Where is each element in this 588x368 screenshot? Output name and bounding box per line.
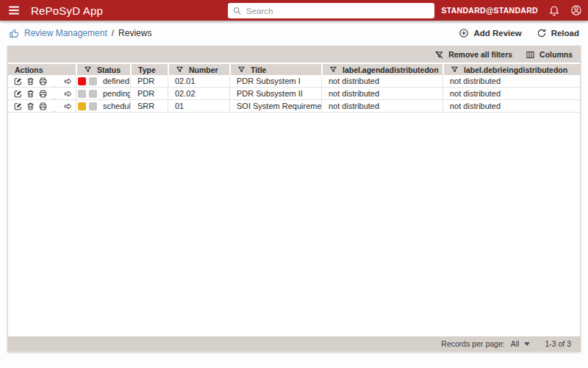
columns-icon [526, 50, 535, 60]
number-cell: 01 [168, 100, 229, 112]
records-per-page-select[interactable]: All [511, 339, 531, 348]
column-header[interactable]: Actions [8, 64, 76, 75]
hamburger-menu-icon[interactable] [7, 4, 21, 17]
table-row[interactable]: defined PDR 02.01 PDR Subsystem I not di… [8, 75, 580, 88]
table-footer: Records per page: All 1-3 of 3 [8, 336, 580, 351]
column-header-label: Type [138, 66, 156, 74]
agenda-distributed-cell: not distributed [321, 100, 442, 112]
filter-icon[interactable] [84, 66, 92, 74]
table-header: Actions Status Type Number Title label.a… [8, 64, 580, 75]
edit-icon[interactable] [13, 77, 23, 86]
pagination-range: 1-3 of 3 [545, 339, 571, 348]
number-cell: 02.02 [168, 88, 229, 99]
table-row[interactable]: pending PDR 02.02 PDR Subsystem II not d… [8, 88, 580, 100]
delete-icon[interactable] [26, 102, 35, 111]
status-color-swatch [78, 102, 86, 110]
column-header-label: Title [251, 66, 266, 74]
account-circle-icon[interactable] [570, 4, 582, 16]
add-circle-icon[interactable] [402, 4, 414, 16]
column-header[interactable]: Status [76, 64, 130, 75]
filter-icon[interactable] [451, 66, 459, 74]
column-header[interactable]: label.agendadistributedon [321, 64, 442, 75]
chevron-down-icon [524, 342, 530, 346]
actions-cell [8, 100, 76, 112]
status-cell: pending [76, 88, 130, 99]
debriefing-distributed-cell: not distributed [442, 100, 580, 112]
remove-all-filters-button[interactable]: Remove all filters [434, 50, 512, 60]
forward-arrow-icon[interactable] [63, 89, 73, 99]
status-secondary-swatch [89, 90, 97, 98]
breadcrumb-parent[interactable]: Review Management [24, 28, 107, 38]
status-label: pending [103, 89, 130, 98]
debriefing-distributed-cell: not distributed [442, 88, 580, 99]
status-label: scheduled [103, 102, 130, 110]
status-secondary-swatch [89, 77, 97, 85]
send-icon[interactable] [51, 102, 60, 111]
layers-icon [424, 4, 436, 16]
remove-all-filters-label: Remove all filters [448, 50, 512, 59]
send-icon[interactable] [51, 77, 60, 86]
debriefing-distributed-cell: not distributed [442, 75, 580, 87]
user-menu[interactable]: STANDARD@STANDARD [424, 4, 538, 16]
table-empty-area [8, 113, 580, 336]
columns-button[interactable]: Columns [526, 50, 573, 60]
status-color-swatch [78, 90, 86, 98]
print-icon[interactable] [38, 102, 48, 111]
type-cell: PDR [130, 88, 168, 99]
actions-cell [8, 88, 76, 99]
reload-label: Reload [551, 29, 579, 38]
column-header[interactable]: Type [130, 64, 168, 75]
title-cell: SOI System Requirements Review [229, 100, 321, 112]
column-header-label: Status [97, 66, 121, 74]
forward-arrow-icon[interactable] [63, 77, 73, 86]
breadcrumb-current: Reviews [118, 28, 151, 38]
status-secondary-swatch [89, 102, 97, 110]
delete-icon[interactable] [26, 77, 35, 86]
status-cell: scheduled [76, 100, 130, 112]
add-review-button[interactable]: Add Review [459, 28, 521, 38]
notifications-bell-icon[interactable] [548, 4, 560, 16]
column-header[interactable]: Title [229, 64, 321, 75]
table-toolbar: Remove all filters Columns [8, 46, 580, 63]
search-icon [232, 6, 242, 15]
records-per-page-value: All [511, 339, 520, 348]
edit-icon[interactable] [13, 102, 23, 111]
add-circle-icon [459, 28, 469, 38]
type-cell: SRR [130, 100, 168, 112]
records-per-page-label: Records per page: [441, 339, 504, 348]
edit-icon[interactable] [13, 89, 23, 99]
forward-arrow-icon[interactable] [63, 102, 73, 111]
table-row[interactable]: scheduled SRR 01 SOI System Requirements… [8, 100, 580, 113]
sub-header: Review Management / Reviews Add Review R… [0, 21, 588, 46]
column-header[interactable]: label.debrieingdistributedon [442, 64, 580, 75]
filter-icon[interactable] [329, 66, 337, 74]
appbar-right-group: STANDARD@STANDARD [402, 0, 582, 21]
column-header-label: Actions [15, 66, 43, 74]
title-cell: PDR Subsystem I [229, 75, 321, 87]
reload-icon [537, 28, 547, 38]
send-icon[interactable] [51, 89, 60, 99]
filter-icon[interactable] [176, 66, 184, 74]
print-icon[interactable] [38, 89, 48, 99]
delete-icon[interactable] [26, 89, 35, 99]
breadcrumb: Review Management / Reviews [9, 28, 151, 39]
reviews-table-card: Remove all filters Columns Actions Statu… [7, 46, 581, 352]
columns-label: Columns [539, 50, 573, 59]
filter-icon[interactable] [237, 66, 245, 74]
breadcrumb-separator: / [112, 28, 114, 38]
number-cell: 02.01 [168, 75, 229, 87]
agenda-distributed-cell: not distributed [321, 88, 442, 99]
table-body: defined PDR 02.01 PDR Subsystem I not di… [8, 75, 580, 113]
user-label: STANDARD@STANDARD [441, 6, 538, 15]
actions-cell [8, 75, 76, 87]
thumb-up-icon [9, 28, 20, 39]
column-header-label: label.agendadistributedon [343, 66, 439, 74]
reload-button[interactable]: Reload [537, 28, 579, 38]
agenda-distributed-cell: not distributed [321, 75, 442, 87]
page-actions: Add Review Reload [459, 28, 579, 38]
status-cell: defined [76, 75, 130, 87]
app-bar: RePoSyD App STANDARD@STANDARD [0, 0, 588, 21]
column-header[interactable]: Number [168, 64, 229, 75]
print-icon[interactable] [38, 77, 48, 86]
type-cell: PDR [130, 75, 168, 87]
